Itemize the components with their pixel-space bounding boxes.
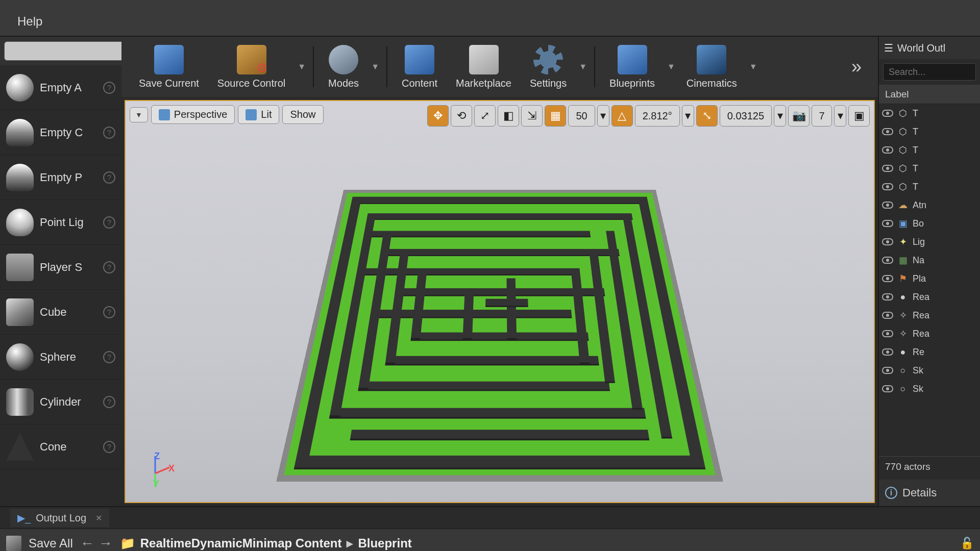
chevron-down-icon[interactable]: ▼ (579, 62, 587, 71)
scale-snap-value[interactable]: 0.03125 (720, 105, 772, 127)
breadcrumb-sub[interactable]: Blueprint (358, 536, 411, 550)
settings-button[interactable]: Settings (523, 42, 574, 92)
grid-snap-toggle[interactable]: ▦ (545, 105, 566, 127)
details-panel-header[interactable]: i Details (879, 480, 980, 506)
outliner-item[interactable]: ⬡T (879, 122, 980, 141)
maximize-viewport-button[interactable]: ▣ (848, 105, 870, 127)
outliner-item[interactable]: ●Re (879, 343, 980, 361)
help-icon[interactable]: ? (103, 82, 115, 94)
lock-icon[interactable]: 🔓 (960, 537, 974, 550)
lit-mode-button[interactable]: Lit (238, 105, 279, 124)
save-all-button[interactable]: Save All (29, 536, 73, 550)
help-icon[interactable]: ? (103, 216, 115, 229)
outliner-item[interactable]: ✧Rea (879, 306, 980, 324)
outliner-item[interactable]: ▦Na (879, 251, 980, 269)
coord-space-button[interactable]: ◧ (498, 105, 519, 127)
rotation-snap-value[interactable]: 2.812° (635, 105, 680, 127)
eye-icon[interactable] (882, 367, 893, 374)
outliner-item[interactable]: ✦Lig (879, 233, 980, 251)
scale-snap-toggle[interactable]: ⤡ (696, 105, 718, 127)
help-icon[interactable]: ? (103, 396, 115, 408)
outliner-item[interactable]: ⬡T (879, 141, 980, 159)
eye-icon[interactable] (882, 238, 893, 245)
eye-icon[interactable] (882, 165, 893, 172)
viewport-options-button[interactable]: ▼ (130, 107, 148, 122)
help-icon[interactable]: ? (103, 351, 115, 363)
chevron-down-icon[interactable]: ▾ (597, 105, 609, 127)
rotate-mode-button[interactable]: ⟲ (451, 105, 472, 127)
eye-icon[interactable] (882, 312, 893, 319)
view-mode-button[interactable]: Perspective (151, 105, 235, 124)
outliner-item[interactable]: ⬡T (879, 178, 980, 196)
eye-icon[interactable] (882, 110, 893, 117)
place-item-point-light[interactable]: Point Lig? (0, 200, 121, 245)
breadcrumb-root[interactable]: RealtimeDynamicMinimap Content (140, 536, 342, 550)
place-item-empty-actor[interactable]: Empty A? (0, 65, 121, 110)
outliner-item[interactable]: ☁Atn (879, 196, 980, 214)
help-icon[interactable]: ? (103, 261, 115, 273)
outliner-item[interactable]: ⚑Pla (879, 269, 980, 288)
toolbar-overflow-button[interactable]: » (845, 56, 868, 78)
viewport[interactable]: ▼ Perspective Lit Show ✥ ⟲ ⤢ ◧ ⇲ ▦ 50 ▾ … (125, 100, 875, 503)
chevron-down-icon[interactable]: ▾ (834, 105, 846, 127)
eye-icon[interactable] (882, 220, 893, 227)
eye-icon[interactable] (882, 348, 893, 356)
output-log-tab[interactable]: ▶_ Output Log ✕ (10, 509, 109, 527)
chevron-down-icon[interactable]: ▼ (371, 62, 379, 71)
eye-icon[interactable] (882, 385, 893, 392)
source-control-button[interactable]: Source Control (210, 42, 292, 92)
eye-icon[interactable] (882, 183, 893, 190)
chevron-down-icon[interactable]: ▼ (749, 62, 757, 71)
forward-button[interactable]: → (99, 535, 113, 552)
place-item-empty-pawn[interactable]: Empty P? (0, 155, 121, 200)
show-button[interactable]: Show (282, 105, 323, 124)
menu-help[interactable]: Help (10, 11, 50, 32)
grid-snap-value[interactable]: 50 (568, 105, 595, 127)
place-item-cube[interactable]: Cube? (0, 290, 121, 335)
outliner-search-input[interactable] (883, 63, 976, 81)
place-item-cylinder[interactable]: Cylinder? (0, 380, 121, 424)
help-icon[interactable]: ? (103, 171, 115, 184)
cinematics-button[interactable]: Cinematics (679, 42, 744, 92)
place-item-player-start[interactable]: Player S? (0, 245, 121, 290)
outliner-item[interactable]: ✧Rea (879, 324, 980, 343)
place-item-sphere[interactable]: Sphere? (0, 335, 121, 380)
content-button[interactable]: Content (395, 42, 445, 92)
chevron-down-icon[interactable]: ▾ (774, 105, 786, 127)
outliner-item[interactable]: ⬡T (879, 104, 980, 122)
camera-speed-value[interactable]: 7 (812, 105, 832, 127)
place-item-cone[interactable]: Cone? (0, 424, 121, 469)
help-icon[interactable]: ? (103, 127, 115, 139)
eye-icon[interactable] (882, 128, 893, 135)
eye-icon[interactable] (882, 330, 893, 337)
outliner-item[interactable]: ○Sk (879, 380, 980, 398)
eye-icon[interactable] (882, 275, 893, 282)
close-icon[interactable]: ✕ (95, 513, 102, 523)
camera-speed-button[interactable]: 📷 (788, 105, 810, 127)
blueprints-button[interactable]: Blueprints (602, 42, 662, 92)
rotation-snap-toggle[interactable]: △ (611, 105, 633, 127)
eye-icon[interactable] (882, 293, 893, 300)
help-icon[interactable]: ? (103, 441, 115, 453)
save-current-button[interactable]: Save Current (132, 42, 206, 92)
chevron-down-icon[interactable]: ▾ (682, 105, 694, 127)
outliner-item[interactable]: ○Sk (879, 361, 980, 380)
outliner-item[interactable]: ●Rea (879, 288, 980, 306)
eye-icon[interactable] (882, 202, 893, 209)
outliner-item[interactable]: ⬡T (879, 159, 980, 178)
modes-button[interactable]: Modes (321, 42, 366, 92)
chevron-down-icon[interactable]: ▼ (298, 62, 306, 71)
outliner-column-header[interactable]: Label (879, 85, 980, 104)
eye-icon[interactable] (882, 257, 893, 264)
translate-mode-button[interactable]: ✥ (427, 105, 449, 127)
place-item-empty-character[interactable]: Empty C? (0, 110, 121, 155)
surface-snap-button[interactable]: ⇲ (521, 105, 543, 127)
eye-icon[interactable] (882, 146, 893, 154)
marketplace-button[interactable]: Marketplace (449, 42, 519, 92)
outliner-item[interactable]: ▣Bo (879, 214, 980, 233)
back-button[interactable]: ← (80, 535, 94, 552)
scale-mode-button[interactable]: ⤢ (474, 105, 496, 127)
help-icon[interactable]: ? (103, 306, 115, 318)
chevron-down-icon[interactable]: ▼ (667, 62, 675, 71)
refl-icon: ✧ (897, 328, 909, 339)
